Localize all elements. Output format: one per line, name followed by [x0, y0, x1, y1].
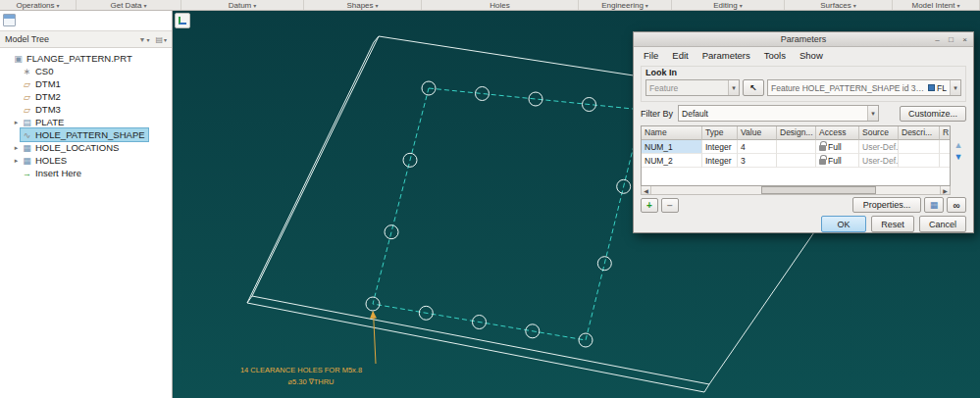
model-tree-panel: Model Tree ▼▾ ▤▾ ▣FLANGE_PATTERN.PRT∗CS0… [0, 11, 173, 398]
scrollbar-track[interactable] [651, 186, 940, 194]
look-in-target-value: Feature HOLE_PATTERN_SHAPE id 34 of Mode… [771, 83, 926, 93]
look-in-target-dropdown[interactable]: Feature HOLE_PATTERN_SHAPE id 34 of Mode… [767, 79, 961, 96]
tree-item-dtm3[interactable]: ▱DTM3 [0, 103, 172, 116]
close-button[interactable]: × [958, 33, 971, 45]
param-description-cell[interactable] [899, 140, 940, 154]
hole-circle[interactable] [385, 225, 398, 239]
param-type-cell[interactable]: Integer [702, 140, 738, 154]
menu-tools[interactable]: Tools [757, 50, 793, 61]
column-header-descri: Descri... [899, 126, 940, 140]
part-icon: ▣ [13, 54, 24, 64]
chevron-down-icon: ▾ [740, 2, 743, 9]
scrollbar-thumb[interactable] [761, 186, 877, 194]
chevron-down-icon: ▾ [853, 2, 856, 9]
look-in-label: Look In [645, 68, 961, 77]
dialog-title-bar[interactable]: Parameters – □ × [634, 32, 973, 47]
chevron-down-icon: ▾ [57, 2, 60, 9]
tree-item-cs0[interactable]: ∗CS0 [0, 65, 172, 77]
menu-file[interactable]: File [637, 50, 665, 61]
properties-button[interactable]: Properties... [852, 197, 921, 213]
graphics-toolbar-button[interactable] [175, 13, 190, 28]
ribbon-group-surfaces[interactable]: Surfaces▾ [785, 0, 893, 10]
param-description-cell[interactable] [899, 154, 940, 168]
ribbon-group-get-data[interactable]: Get Data▾ [77, 0, 181, 10]
select-from-screen-button[interactable]: ↖ [743, 79, 764, 96]
param-designate-cell[interactable] [777, 154, 816, 168]
tree-item-label: HOLE_LOCATIONS [35, 142, 119, 153]
pattern-holes [366, 81, 649, 347]
param-access-cell[interactable]: Full [816, 140, 859, 154]
param-restricted-cell[interactable] [940, 154, 951, 168]
model-icon [928, 84, 935, 91]
tree-item-holes[interactable]: ▸▦HOLES [0, 154, 172, 167]
param-source-cell[interactable]: User-Def... [859, 140, 899, 154]
cancel-button[interactable]: Cancel [919, 216, 966, 232]
ribbon-group-holes[interactable]: Holes [422, 0, 579, 10]
tree-settings-button[interactable]: ▤▾ [155, 35, 167, 44]
ribbon-group-engineering[interactable]: Engineering▾ [579, 0, 672, 10]
sketch-icon: ∿ [22, 130, 32, 140]
remove-parameter-button[interactable]: − [661, 198, 679, 213]
tree-filter-button[interactable]: ▼▾ [138, 36, 149, 43]
grid-icon: ▦ [930, 200, 939, 210]
table-view-button[interactable]: ▦ [924, 197, 944, 213]
ribbon-group-editing[interactable]: Editing▾ [672, 0, 785, 10]
add-parameter-button[interactable]: + [641, 198, 658, 213]
tree-item-dtm1[interactable]: ▱DTM1 [0, 77, 172, 90]
param-name-cell[interactable]: NUM_1 [642, 140, 702, 154]
filter-by-label: Filter By [641, 109, 673, 119]
ribbon-group-datum[interactable]: Datum▾ [181, 0, 304, 10]
ribbon-group-operations[interactable]: Operations▾ [0, 0, 77, 10]
param-designate-cell[interactable] [777, 140, 816, 154]
tree-item-label: DTM3 [35, 104, 61, 115]
param-value-cell[interactable]: 3 [738, 154, 777, 168]
hole-annotation[interactable]: 14 CLEARANCE HOLES FOR M5x.8 ⌀5.30 ∇THRU [240, 311, 377, 386]
filter-dropdown[interactable]: Default ▾ [678, 105, 879, 122]
tree-item-label: PLATE [35, 117, 64, 127]
menu-show[interactable]: Show [793, 50, 830, 61]
move-up-icon[interactable]: ▲ [954, 141, 963, 149]
scroll-right-icon[interactable]: ▶ [940, 186, 950, 194]
tree-item-label: FLANGE_PATTERN.PRT [26, 53, 132, 64]
tree-item-plate[interactable]: ▸▤PLATE [0, 116, 172, 128]
ok-button[interactable]: OK [821, 216, 866, 232]
tree-item-hole-pattern-shape[interactable]: ∿HOLE_PATTERN_SHAPE [0, 128, 172, 141]
axes-icon [179, 17, 186, 25]
maximize-button[interactable]: □ [945, 33, 957, 45]
insert-icon: → [22, 169, 32, 178]
customize-button[interactable]: Customize... [900, 106, 966, 122]
expand-arrow-icon[interactable]: ▸ [12, 144, 21, 152]
param-source-cell[interactable]: User-Def... [859, 154, 899, 168]
reset-button[interactable]: Reset [871, 216, 914, 232]
filter-value: Default [679, 109, 867, 119]
tree-item-dtm2[interactable]: ▱DTM2 [0, 90, 172, 103]
param-access-cell[interactable]: Full [816, 154, 859, 168]
menu-parameters[interactable]: Parameters [696, 50, 757, 61]
param-value-cell[interactable]: 4 [738, 140, 777, 154]
tree-item-hole-locations[interactable]: ▸▦HOLE_LOCATIONS [0, 141, 172, 154]
expand-arrow-icon[interactable]: ▸ [12, 157, 21, 165]
selector-arrow-icon: ↖ [749, 83, 757, 93]
scroll-left-icon[interactable]: ◀ [642, 186, 651, 194]
hole-circle[interactable] [579, 333, 593, 347]
datum-icon: ▱ [22, 105, 32, 115]
param-restricted-cell[interactable] [940, 140, 951, 154]
dialog-title: Parameters [634, 34, 973, 44]
search-button[interactable]: ∞ [947, 197, 966, 213]
expand-arrow-icon[interactable]: ▸ [12, 119, 21, 126]
tree-item-insert-here[interactable]: →Insert Here [0, 167, 172, 179]
look-in-type-dropdown[interactable]: Feature ▾ [645, 79, 740, 96]
ribbon-group-shapes[interactable]: Shapes▾ [304, 0, 422, 10]
move-down-icon[interactable]: ▼ [954, 153, 963, 161]
menu-edit[interactable]: Edit [665, 50, 695, 61]
param-name-cell[interactable]: NUM_2 [642, 154, 702, 168]
navigator-window-icon[interactable] [3, 14, 16, 26]
tree-item-flange-pattern-prt[interactable]: ▣FLANGE_PATTERN.PRT [0, 52, 172, 65]
ribbon-group-model-intent[interactable]: Model Intent▾ [893, 0, 980, 10]
param-type-cell[interactable]: Integer [702, 154, 738, 168]
table-body: NUM_1Integer4FullUser-Def...NUM_2Integer… [642, 140, 950, 168]
table-horizontal-scrollbar[interactable]: ◀ ▶ [641, 186, 951, 195]
plus-icon: + [646, 200, 652, 211]
column-header-name: Name [642, 126, 702, 140]
minimize-button[interactable]: – [931, 33, 944, 45]
